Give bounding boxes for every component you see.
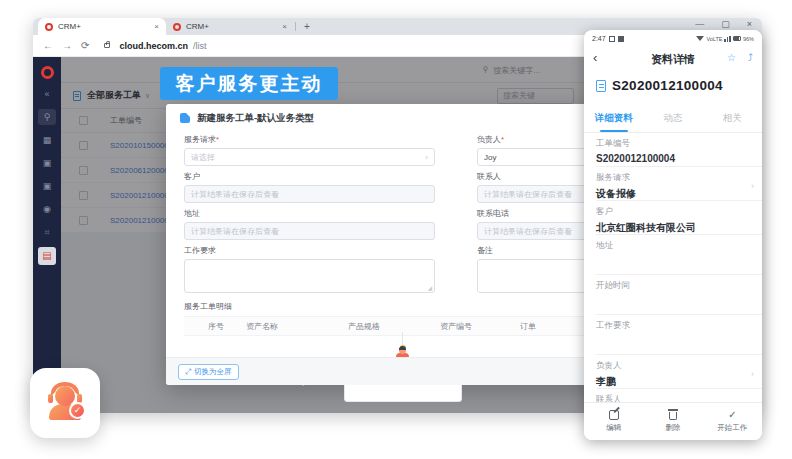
field-owner[interactable]: 负责人 李鹏 ›: [596, 355, 762, 389]
action-label: 编辑: [584, 423, 643, 433]
promo-banner: 客户服务更主动: [160, 67, 338, 100]
check-icon: ✓: [703, 408, 762, 421]
browser-tab-1[interactable]: CRM+ ×: [38, 18, 166, 35]
edit-action[interactable]: 编辑: [584, 403, 643, 440]
required-mark: *: [501, 135, 504, 144]
detail-column: 资产名称: [246, 321, 348, 332]
minimize-button[interactable]: —: [695, 19, 704, 29]
support-agent-icon: ✓: [47, 382, 83, 422]
maximize-button[interactable]: ▢: [721, 19, 730, 29]
tab-title: CRM+: [186, 22, 277, 31]
close-button[interactable]: ×: [747, 19, 752, 29]
owner-value: Joy: [484, 153, 496, 162]
tab-details[interactable]: 详细资料: [584, 108, 643, 132]
field-order-no: 工单编号 S2020012100004: [596, 133, 762, 167]
field-label: 开始时间: [596, 280, 748, 292]
field-address: 地址: [596, 235, 762, 275]
service-request-select[interactable]: 请选择 ›: [184, 148, 435, 166]
globe-icon[interactable]: ◉: [38, 201, 56, 217]
action-label: 开始工作: [703, 423, 762, 433]
collapse-sidebar-icon[interactable]: «: [38, 86, 56, 102]
field-label: 客户: [596, 206, 748, 218]
phone-action-bar: 编辑 删除 ✓ 开始工作: [584, 402, 762, 440]
customer-input: 计算结果请在保存后查看: [184, 185, 435, 203]
chevron-right-icon: ›: [751, 369, 754, 379]
reload-icon[interactable]: ⟳: [81, 40, 89, 51]
field-label: 工作要求: [184, 245, 435, 256]
field-work-requirement: 工作要求: [596, 315, 762, 355]
phone-field-list: 工单编号 S2020012100004 服务请求 设备报修 › 客户 北京红圈科…: [596, 133, 762, 405]
back-icon[interactable]: ←: [43, 40, 53, 51]
detail-section-label: 服务工单明细: [184, 301, 232, 312]
wifi-icon: [696, 36, 704, 41]
field-work-requirement: 工作要求 ◢: [184, 245, 435, 293]
field-value: 设备报修: [596, 187, 748, 201]
url-input[interactable]: cloud.hecom.cn/list: [119, 41, 206, 51]
workorder-flag-icon: [180, 113, 190, 123]
status-time: 2:47: [592, 35, 606, 42]
tab-activity[interactable]: 动态: [643, 108, 702, 132]
resize-handle-icon[interactable]: ◢: [427, 284, 432, 291]
detail-column: 序号: [184, 321, 246, 332]
field-label: 服务请求: [596, 172, 748, 184]
field-customer: 客户 北京红圈科技有限公司: [596, 201, 762, 235]
hecom-logo-icon: [41, 66, 54, 79]
customer-support-fab[interactable]: ✓: [30, 368, 100, 438]
expand-icon: ⤢: [185, 367, 191, 377]
phone-mockup: 2:47 VoLTE 96% ‹ 资料详情 ☆ ⤴ S2020012100004…: [584, 30, 762, 440]
crm-favicon: [45, 23, 53, 31]
crm-favicon: [173, 23, 181, 31]
field-value: S2020012100004: [596, 153, 748, 166]
chevron-right-icon: ›: [751, 181, 754, 191]
url-path: /list: [193, 41, 207, 51]
browser-tab-2[interactable]: CRM+ ×: [166, 18, 294, 35]
new-tab-button[interactable]: +: [301, 21, 313, 33]
scan-icon[interactable]: ⌗: [38, 224, 56, 240]
window-controls: — ▢ ×: [695, 19, 752, 29]
work-requirement-textarea[interactable]: ◢: [184, 259, 435, 293]
field-value: 李鹏: [596, 375, 748, 389]
start-work-action[interactable]: ✓ 开始工作: [703, 403, 762, 440]
delete-action[interactable]: 删除: [643, 403, 702, 440]
field-customer: 客户 计算结果请在保存后查看: [184, 171, 435, 203]
field-address: 地址 计算结果请在保存后查看: [184, 208, 435, 240]
field-start-time: 开始时间: [596, 275, 762, 315]
search-icon[interactable]: ⚲: [38, 109, 56, 125]
tab-separator: [295, 22, 296, 31]
field-service-request[interactable]: 服务请求 设备报修 ›: [596, 167, 762, 201]
star-icon[interactable]: ☆: [727, 52, 736, 63]
tab-related[interactable]: 相关: [703, 108, 762, 132]
select-placeholder: 请选择: [191, 152, 215, 163]
field-label: 工单编号: [596, 138, 748, 150]
phone-status-bar: 2:47 VoLTE 96%: [592, 33, 754, 44]
tab-close-icon[interactable]: ×: [154, 22, 159, 31]
record-id: S2020012100004: [612, 78, 723, 93]
volte-label: VoLTE: [706, 36, 722, 42]
battery-percent: 96%: [743, 36, 754, 42]
forward-icon[interactable]: →: [62, 40, 72, 51]
signal-icon: [724, 36, 731, 42]
detail-column: 资产编号: [440, 321, 520, 332]
fullscreen-toggle-button[interactable]: ⤢ 切换为全屏: [178, 364, 239, 380]
app-icon[interactable]: ▣: [38, 155, 56, 171]
field-service-request: 服务请求* 请选择 ›: [184, 134, 435, 166]
action-label: 删除: [643, 423, 702, 433]
chevron-right-icon: ›: [425, 153, 428, 162]
edit-icon: [609, 410, 619, 420]
modal-title: 新建服务工单-默认业务类型: [197, 112, 314, 125]
field-label: 工作要求: [596, 320, 748, 332]
org-icon[interactable]: ▦: [38, 132, 56, 148]
url-host: cloud.hecom.cn: [119, 41, 188, 51]
service-module-icon[interactable]: ▤: [38, 247, 56, 265]
battery-icon: [733, 36, 741, 41]
share-icon[interactable]: ⤴: [748, 52, 753, 63]
field-label: 客户: [184, 171, 435, 182]
lock-icon: [104, 43, 110, 48]
detail-column: 订单: [520, 321, 586, 332]
app-icon[interactable]: ▣: [38, 178, 56, 194]
phone-tabs: 详细资料 动态 相关: [584, 108, 762, 132]
notification-icon: [618, 36, 624, 42]
tab-close-icon[interactable]: ×: [282, 22, 287, 31]
notification-icon: [609, 36, 615, 42]
field-label: 负责人: [477, 135, 501, 144]
